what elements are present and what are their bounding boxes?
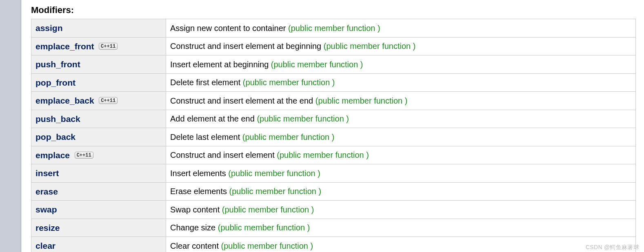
content-area: Modifiers: assign Assign new content to … <box>21 0 644 252</box>
table-row: clear Clear content (public member funct… <box>31 237 636 252</box>
function-meta: (public member function ) <box>288 24 380 33</box>
function-meta: (public member function ) <box>271 60 363 69</box>
function-name-cell: swap <box>31 201 166 219</box>
function-name-cell: emplace_front C++11 <box>31 37 166 55</box>
table-row: push_back Add element at the end (public… <box>31 110 636 128</box>
section-title-suffix: : <box>71 5 74 15</box>
function-meta: (public member function ) <box>218 223 310 232</box>
function-desc-cell: Construct and insert element (public mem… <box>166 146 636 164</box>
function-desc-cell: Construct and insert element at the end … <box>166 92 636 110</box>
section-title-text: Modifiers <box>31 5 71 15</box>
function-meta: (public member function ) <box>277 150 369 159</box>
function-desc-cell: Delete first element (public member func… <box>166 73 636 92</box>
table-row: emplace C++11 Construct and insert eleme… <box>31 146 636 164</box>
function-link-resize[interactable]: resize <box>36 223 60 232</box>
function-desc: Erase elements <box>170 187 229 196</box>
function-desc: Construct and insert element at beginnin… <box>170 42 324 51</box>
function-desc-cell: Erase elements (public member function ) <box>166 182 636 201</box>
function-desc: Delete last element <box>170 133 242 141</box>
function-meta: (public member function ) <box>222 205 314 214</box>
watermark: CSDN @鳄鱼麻薯球 <box>586 244 639 251</box>
function-name-cell: pop_front <box>31 73 166 92</box>
function-meta: (public member function ) <box>242 133 335 141</box>
function-desc: Swap content <box>170 205 222 214</box>
function-name-cell: push_front <box>31 55 166 74</box>
function-link-insert[interactable]: insert <box>36 168 59 178</box>
function-name-cell: push_back <box>31 110 166 128</box>
function-name-cell: insert <box>31 164 166 183</box>
function-desc: Assign new content to container <box>170 24 288 33</box>
function-desc: Add element at the end <box>170 114 257 123</box>
function-link-emplace[interactable]: emplace <box>36 150 70 160</box>
function-link-clear[interactable]: clear <box>36 241 56 250</box>
table-row: emplace_front C++11 Construct and insert… <box>31 37 636 55</box>
function-name-cell: clear <box>31 237 166 252</box>
function-desc-cell: Assign new content to container (public … <box>166 19 636 38</box>
function-desc-cell: Change size (public member function ) <box>166 219 636 237</box>
function-link-assign[interactable]: assign <box>36 23 63 33</box>
function-desc-cell: Delete last element (public member funct… <box>166 128 636 146</box>
function-name-cell: resize <box>31 219 166 237</box>
function-desc-cell: Insert element at beginning (public memb… <box>166 55 636 74</box>
table-row: resize Change size (public member functi… <box>31 219 636 237</box>
function-link-push-back[interactable]: push_back <box>36 114 80 124</box>
cpp11-badge: C++11 <box>99 43 118 50</box>
table-row: swap Swap content (public member functio… <box>31 201 636 219</box>
cpp11-badge: C++11 <box>75 152 93 159</box>
page: Modifiers: assign Assign new content to … <box>0 0 644 252</box>
function-desc-cell: Construct and insert element at beginnin… <box>166 37 636 55</box>
function-meta: (public member function ) <box>315 96 408 105</box>
function-name-cell: pop_back <box>31 128 166 146</box>
function-desc-cell: Clear content (public member function ) <box>166 237 636 252</box>
function-name-cell: emplace C++11 <box>31 146 166 164</box>
function-desc-cell: Add element at the end (public member fu… <box>166 110 636 128</box>
function-meta: (public member function ) <box>228 169 320 178</box>
function-meta: (public member function ) <box>243 78 335 87</box>
function-desc: Insert element at beginning <box>170 60 271 69</box>
function-desc-cell: Insert elements (public member function … <box>166 164 636 183</box>
function-meta: (public member function ) <box>221 241 313 250</box>
table-row: insert Insert elements (public member fu… <box>31 164 636 183</box>
function-desc: Construct and insert element at the end <box>170 96 315 105</box>
function-link-erase[interactable]: erase <box>36 187 58 196</box>
function-desc: Clear content <box>170 241 221 250</box>
function-desc: Construct and insert element <box>170 150 277 159</box>
modifiers-table: assign Assign new content to container (… <box>31 19 636 252</box>
function-desc: Delete first element <box>170 78 243 87</box>
function-link-swap[interactable]: swap <box>36 205 57 214</box>
table-row: assign Assign new content to container (… <box>31 19 636 38</box>
function-link-emplace-front[interactable]: emplace_front <box>36 42 94 51</box>
function-link-pop-back[interactable]: pop_back <box>36 132 76 141</box>
cpp11-badge: C++11 <box>99 97 118 104</box>
table-row: pop_front Delete first element (public m… <box>31 73 636 92</box>
function-name-cell: assign <box>31 19 166 38</box>
function-name-cell: erase <box>31 182 166 201</box>
function-link-push-front[interactable]: push_front <box>36 60 80 69</box>
table-row: pop_back Delete last element (public mem… <box>31 128 636 146</box>
function-link-emplace-back[interactable]: emplace_back <box>36 96 94 105</box>
function-meta: (public member function ) <box>229 187 322 196</box>
function-desc: Change size <box>170 223 218 232</box>
table-row: push_front Insert element at beginning (… <box>31 55 636 74</box>
table-row: erase Erase elements (public member func… <box>31 182 636 201</box>
function-desc: Insert elements <box>170 169 228 178</box>
function-name-cell: emplace_back C++11 <box>31 92 166 110</box>
function-desc-cell: Swap content (public member function ) <box>166 201 636 219</box>
section-title: Modifiers: <box>31 5 636 15</box>
function-meta: (public member function ) <box>257 114 349 123</box>
function-meta: (public member function ) <box>324 42 416 51</box>
table-row: emplace_back C++11 Construct and insert … <box>31 92 636 110</box>
function-link-pop-front[interactable]: pop_front <box>36 78 76 87</box>
left-gutter <box>0 0 21 252</box>
